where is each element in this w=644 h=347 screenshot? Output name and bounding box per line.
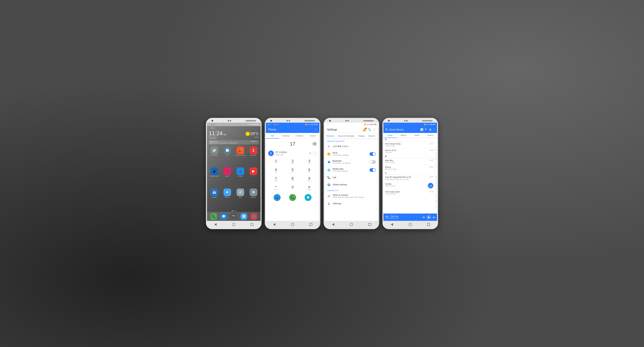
alpha-g[interactable]: G — [436, 164, 437, 165]
settings-item-kt[interactable]: kt 고객 특화 서비스 — [324, 143, 378, 150]
alpha-d[interactable]: D — [436, 156, 437, 158]
dock-phone[interactable]: 📞 — [210, 213, 217, 220]
alpha-y[interactable]: Y — [436, 205, 437, 206]
app-file-manager[interactable]: 📁 File Manager — [208, 146, 220, 166]
settings-item-bluetooth[interactable]: 🔷 Bluetooth Connection not allowed ··· — [324, 158, 378, 166]
dial-key-0[interactable]: 0 + — [284, 184, 301, 192]
song-item[interactable]: Anh Cu Di Di Hari Won 4:10 — [384, 148, 435, 155]
dial-key-1[interactable]: 1 — [268, 158, 284, 166]
menu-icon[interactable]: ⋮ — [373, 128, 376, 131]
alpha-z[interactable]: Z — [436, 207, 437, 208]
equalizer-icon[interactable]: 📊 — [420, 128, 423, 131]
search-icon[interactable]: 🔍 — [368, 128, 371, 131]
app-calendar[interactable]: 📅 Calendar — [208, 188, 220, 208]
message-button[interactable]: 💬 — [304, 194, 312, 201]
dial-key-7[interactable]: 7 PQRS — [268, 175, 284, 184]
alpha-q[interactable]: Q — [436, 185, 437, 187]
alpha-b[interactable]: B — [436, 152, 437, 153]
recents-button[interactable] — [426, 222, 430, 226]
dock-camera[interactable]: 📷 — [230, 213, 237, 220]
delete-icon[interactable]: 🗑 — [429, 128, 432, 131]
alpha-o[interactable]: O — [436, 180, 437, 182]
tab-general[interactable]: General — [366, 133, 377, 139]
wifi-toggle[interactable] — [370, 152, 376, 156]
weather-widget[interactable]: 11:24 AM Tue, Apr 11 ▲ Heat wave 29°C 37… — [207, 130, 260, 140]
app-clock[interactable]: 🕐 Clock — [222, 146, 233, 166]
alpha-p[interactable]: P — [436, 183, 437, 184]
menu-icon[interactable]: ⋮ — [433, 128, 435, 131]
settings-item-mobile-data[interactable]: 🌐 Mobile data Connection allowed ··· — [324, 166, 378, 174]
home-button[interactable] — [350, 222, 353, 226]
song-item[interactable]: Cat Bui Various Artists ⇄ — [384, 182, 435, 190]
next-button[interactable]: ⏭ — [433, 216, 435, 218]
app-one-store[interactable]: 1 ONE store — [248, 146, 259, 166]
app-music[interactable]: 🎧 Music — [222, 168, 233, 187]
dock-chrome[interactable]: 🌐 — [250, 213, 257, 220]
alpha-v[interactable]: V — [436, 198, 437, 199]
app-settings[interactable]: ⚙ Settings — [248, 188, 259, 208]
dial-key-8[interactable]: 8 TUV — [284, 175, 301, 184]
hamburger-icon[interactable]: ☰ — [385, 128, 388, 131]
settings-item-tethering[interactable]: 📡 Tethering — [324, 200, 378, 207]
app-tasks[interactable]: ☑ Tasks — [234, 188, 246, 208]
alpha-w[interactable]: W — [436, 200, 437, 201]
alpha-x[interactable]: X — [436, 202, 437, 204]
song-item[interactable]: Buông BÃsi Anh TuấCn 3:51 — [384, 165, 435, 172]
prev-button[interactable]: ⏮ — [422, 216, 425, 218]
song-item[interactable]: Ai Ve Song Tuong Various Artists 5:17 — [384, 142, 435, 148]
alpha-s[interactable]: S — [436, 190, 437, 192]
app-hd-recorder[interactable]: 🎤 HD Audio Recorder — [234, 146, 246, 166]
home-button[interactable] — [408, 222, 412, 226]
dial-key-2[interactable]: 2 ABC — [284, 158, 301, 166]
settings-item-wifi[interactable]: 📶 Wi-Fi Connection available ··· — [324, 150, 378, 158]
call-button[interactable]: 📞 — [289, 194, 296, 201]
app-tv[interactable]: ▶ TV — [248, 168, 259, 187]
dial-key-hash[interactable]: # 쌍자음 — [301, 184, 318, 192]
dock-messages[interactable]: 💬 — [220, 213, 227, 220]
alpha-e[interactable]: E — [436, 159, 437, 160]
alpha-t[interactable]: T — [436, 193, 437, 194]
recents-button[interactable] — [309, 222, 313, 226]
data-dots[interactable]: ··· — [367, 169, 368, 171]
mobile-data-toggle[interactable] — [370, 168, 376, 172]
recents-button[interactable] — [250, 222, 254, 226]
alpha-a[interactable]: A — [436, 149, 437, 150]
alpha-m[interactable]: M — [436, 176, 437, 177]
alpha-l[interactable]: L — [436, 173, 437, 175]
tab-genres[interactable]: Genres — [424, 133, 437, 138]
alpha-r[interactable]: R — [436, 188, 437, 189]
weather-news-widget[interactable]: weather news Updated 9:... WED ☁ 27°/21°… — [208, 140, 259, 144]
back-button[interactable] — [272, 222, 276, 226]
dial-key-3[interactable]: 3 DEF — [301, 158, 318, 166]
shuffle-fab[interactable]: ⇄ — [428, 183, 433, 188]
dock-gallery[interactable]: 🖼 — [240, 213, 247, 220]
song-item[interactable]: ChC°a Bao Giá»f Trung Quân Idol 4:33 — [384, 190, 435, 196]
settings-item-roaming[interactable]: 🌍 Global roaming — [324, 181, 378, 188]
tab-songs[interactable]: Songs — [384, 133, 397, 138]
tab-call-logs[interactable]: Call logs — [279, 133, 292, 138]
dial-key-6[interactable]: 6 MNO — [301, 166, 318, 175]
home-button[interactable] — [232, 222, 236, 226]
alpha-h[interactable]: H — [436, 166, 437, 168]
wifi-dots[interactable]: ··· — [367, 153, 368, 155]
back-button[interactable] — [214, 222, 218, 226]
bell-icon[interactable]: 🔔 1 — [362, 128, 366, 131]
alpha-n[interactable]: N — [436, 178, 437, 180]
alpha-i[interactable]: I — [436, 168, 437, 170]
dial-key-star[interactable]: * 빠른가 — [268, 184, 284, 192]
recent-contact[interactable]: K KT 고객센터 Work 100 9 ∨ — [266, 149, 320, 158]
menu-icon[interactable]: ⋮ — [314, 128, 317, 131]
search-icon[interactable]: 🔍 — [425, 128, 428, 131]
recents-button[interactable] — [368, 222, 372, 226]
settings-item-share[interactable]: 🔗 Share & connect Share data and media w… — [324, 192, 378, 200]
home-button[interactable] — [291, 222, 294, 226]
bluetooth-toggle[interactable] — [370, 160, 376, 164]
dial-key-4[interactable]: 4 GHI — [268, 166, 284, 175]
tab-artists[interactable]: Artists — [410, 133, 424, 138]
tab-display[interactable]: Display — [357, 133, 366, 139]
settings-item-call[interactable]: 📞 Call — [324, 174, 378, 181]
alpha-j[interactable]: J — [436, 171, 437, 172]
app-lg-switch[interactable]: 📱 LG Mobile Switch — [208, 168, 220, 187]
song-item[interactable]: Cám Ơn Người Đã Rời Xa Tôi Phạm Hồng Phư… — [384, 175, 435, 182]
tab-albums[interactable]: Albums — [397, 133, 410, 138]
